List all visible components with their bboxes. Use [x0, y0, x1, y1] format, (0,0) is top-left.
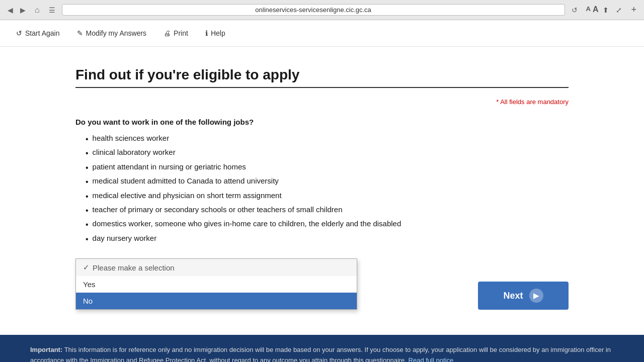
title-divider — [75, 87, 569, 88]
browser-nav-buttons: ◀ ▶ — [5, 5, 28, 15]
footer-bar: Important: This information is for refer… — [0, 335, 644, 362]
list-item: domestics worker, someone who gives in-h… — [86, 218, 569, 232]
job-list: health sciences worker clinical laborato… — [86, 132, 569, 246]
dropdown-option-placeholder[interactable]: ✓ Please make a selection — [76, 259, 357, 276]
mandatory-notice: * All fields are mandatory — [75, 98, 569, 106]
next-arrow-icon: ▶ — [529, 289, 543, 303]
list-item: clinical laboratory worker — [86, 146, 569, 160]
share-button[interactable]: ⬆ — [600, 5, 611, 15]
reload-button[interactable]: ↺ — [569, 5, 580, 15]
start-again-icon: ↺ — [16, 29, 22, 37]
question-label: Do you want to work in one of the follow… — [75, 118, 569, 126]
footer-important-label: Important: — [30, 346, 62, 353]
start-again-label: Start Again — [25, 29, 60, 37]
next-button-label: Next — [503, 291, 523, 301]
read-full-notice-link[interactable]: Read full notice — [409, 356, 454, 362]
help-label: Help — [211, 29, 225, 37]
list-item: teacher of primary or secondary schools … — [86, 204, 569, 218]
list-item: patient attendant in nursing or geriatri… — [86, 161, 569, 175]
resize-button[interactable]: ⤢ — [613, 5, 624, 15]
print-icon: 🖨 — [164, 29, 171, 37]
print-label: Print — [174, 29, 188, 37]
dropdown-menu[interactable]: ✓ Please make a selection Yes No — [75, 258, 357, 310]
modify-answers-label: Modify my Answers — [86, 29, 147, 37]
list-item: medical student admitted to Canada to at… — [86, 175, 569, 189]
home-button[interactable]: ⌂ — [32, 5, 42, 16]
next-button[interactable]: Next ▶ — [478, 282, 569, 310]
checkmark-icon: ✓ — [83, 263, 90, 272]
modify-icon: ✎ — [77, 29, 83, 37]
browser-window: ◀ ▶ ⌂ ☰ onlineservices-servicesenligne.c… — [0, 0, 644, 362]
top-navigation: ↺ Start Again ✎ Modify my Answers 🖨 Prin… — [0, 20, 644, 47]
forward-button[interactable]: ▶ — [18, 5, 28, 15]
modify-answers-button[interactable]: ✎ Modify my Answers — [71, 26, 153, 40]
list-item: day nursery worker — [86, 232, 569, 246]
page-wrapper: ↺ Start Again ✎ Modify my Answers 🖨 Prin… — [0, 20, 644, 362]
sidebar-button[interactable]: ☰ — [46, 5, 58, 15]
font-size-large[interactable]: A — [593, 5, 599, 15]
footer-text: This information is for reference only a… — [30, 346, 611, 362]
start-again-button[interactable]: ↺ Start Again — [10, 26, 66, 40]
dropdown-option-no[interactable]: No — [76, 293, 357, 309]
list-item: health sciences worker — [86, 132, 569, 146]
help-icon: ℹ — [205, 29, 208, 37]
dropdown-option-yes[interactable]: Yes — [76, 276, 357, 293]
browser-actions: A A ⬆ ⤢ — [586, 5, 625, 15]
back-button[interactable]: ◀ — [5, 5, 16, 15]
help-button[interactable]: ℹ Help — [199, 26, 231, 40]
address-bar[interactable]: onlineservices-servicesenligne.cic.gc.ca — [62, 4, 565, 16]
print-button[interactable]: 🖨 Print — [157, 26, 194, 40]
add-tab-button[interactable]: + — [628, 5, 639, 15]
main-content: Find out if you're eligible to apply * A… — [45, 47, 599, 335]
browser-toolbar: ◀ ▶ ⌂ ☰ onlineservices-servicesenligne.c… — [0, 0, 644, 20]
list-item: medical elective and physician on short … — [86, 190, 569, 204]
page-title: Find out if you're eligible to apply — [75, 67, 569, 83]
font-size-small[interactable]: A — [586, 5, 591, 15]
